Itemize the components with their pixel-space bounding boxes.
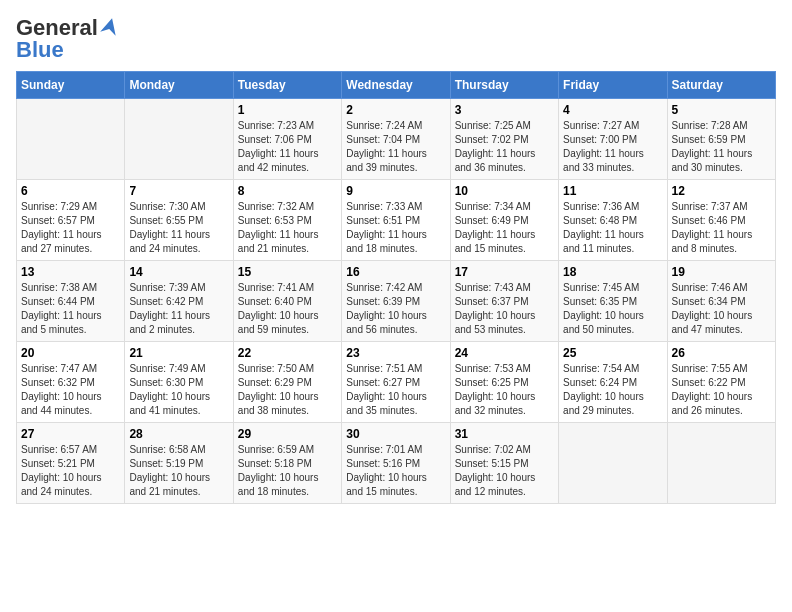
day-number: 31 (455, 427, 554, 441)
week-row-3: 13Sunrise: 7:38 AMSunset: 6:44 PMDayligh… (17, 261, 776, 342)
calendar-cell: 24Sunrise: 7:53 AMSunset: 6:25 PMDayligh… (450, 342, 558, 423)
cell-info: Sunrise: 7:39 AMSunset: 6:42 PMDaylight:… (129, 281, 228, 337)
calendar-cell: 17Sunrise: 7:43 AMSunset: 6:37 PMDayligh… (450, 261, 558, 342)
calendar-cell: 20Sunrise: 7:47 AMSunset: 6:32 PMDayligh… (17, 342, 125, 423)
calendar-cell: 1Sunrise: 7:23 AMSunset: 7:06 PMDaylight… (233, 99, 341, 180)
cell-info: Sunrise: 7:25 AMSunset: 7:02 PMDaylight:… (455, 119, 554, 175)
week-row-5: 27Sunrise: 6:57 AMSunset: 5:21 PMDayligh… (17, 423, 776, 504)
cell-info: Sunrise: 7:45 AMSunset: 6:35 PMDaylight:… (563, 281, 662, 337)
day-number: 22 (238, 346, 337, 360)
svg-marker-0 (100, 16, 120, 36)
cell-info: Sunrise: 7:49 AMSunset: 6:30 PMDaylight:… (129, 362, 228, 418)
cell-info: Sunrise: 7:46 AMSunset: 6:34 PMDaylight:… (672, 281, 771, 337)
day-number: 26 (672, 346, 771, 360)
day-number: 20 (21, 346, 120, 360)
calendar-cell: 10Sunrise: 7:34 AMSunset: 6:49 PMDayligh… (450, 180, 558, 261)
day-number: 23 (346, 346, 445, 360)
header-day-tuesday: Tuesday (233, 72, 341, 99)
calendar-cell: 28Sunrise: 6:58 AMSunset: 5:19 PMDayligh… (125, 423, 233, 504)
calendar-cell: 19Sunrise: 7:46 AMSunset: 6:34 PMDayligh… (667, 261, 775, 342)
day-number: 15 (238, 265, 337, 279)
day-number: 11 (563, 184, 662, 198)
calendar-cell: 22Sunrise: 7:50 AMSunset: 6:29 PMDayligh… (233, 342, 341, 423)
calendar-cell (559, 423, 667, 504)
cell-info: Sunrise: 7:37 AMSunset: 6:46 PMDaylight:… (672, 200, 771, 256)
day-number: 3 (455, 103, 554, 117)
cell-info: Sunrise: 7:43 AMSunset: 6:37 PMDaylight:… (455, 281, 554, 337)
week-row-4: 20Sunrise: 7:47 AMSunset: 6:32 PMDayligh… (17, 342, 776, 423)
cell-info: Sunrise: 6:59 AMSunset: 5:18 PMDaylight:… (238, 443, 337, 499)
day-number: 1 (238, 103, 337, 117)
header-day-sunday: Sunday (17, 72, 125, 99)
day-number: 7 (129, 184, 228, 198)
calendar-cell: 3Sunrise: 7:25 AMSunset: 7:02 PMDaylight… (450, 99, 558, 180)
calendar-cell: 25Sunrise: 7:54 AMSunset: 6:24 PMDayligh… (559, 342, 667, 423)
cell-info: Sunrise: 7:50 AMSunset: 6:29 PMDaylight:… (238, 362, 337, 418)
day-number: 19 (672, 265, 771, 279)
cell-info: Sunrise: 7:01 AMSunset: 5:16 PMDaylight:… (346, 443, 445, 499)
cell-info: Sunrise: 7:02 AMSunset: 5:15 PMDaylight:… (455, 443, 554, 499)
calendar-cell: 15Sunrise: 7:41 AMSunset: 6:40 PMDayligh… (233, 261, 341, 342)
calendar-cell: 11Sunrise: 7:36 AMSunset: 6:48 PMDayligh… (559, 180, 667, 261)
cell-info: Sunrise: 7:34 AMSunset: 6:49 PMDaylight:… (455, 200, 554, 256)
calendar-cell: 7Sunrise: 7:30 AMSunset: 6:55 PMDaylight… (125, 180, 233, 261)
calendar-cell: 30Sunrise: 7:01 AMSunset: 5:16 PMDayligh… (342, 423, 450, 504)
day-number: 29 (238, 427, 337, 441)
cell-info: Sunrise: 7:29 AMSunset: 6:57 PMDaylight:… (21, 200, 120, 256)
day-number: 28 (129, 427, 228, 441)
cell-info: Sunrise: 7:47 AMSunset: 6:32 PMDaylight:… (21, 362, 120, 418)
cell-info: Sunrise: 7:38 AMSunset: 6:44 PMDaylight:… (21, 281, 120, 337)
header-day-saturday: Saturday (667, 72, 775, 99)
calendar-cell (17, 99, 125, 180)
calendar-cell: 18Sunrise: 7:45 AMSunset: 6:35 PMDayligh… (559, 261, 667, 342)
header-day-thursday: Thursday (450, 72, 558, 99)
calendar-cell: 14Sunrise: 7:39 AMSunset: 6:42 PMDayligh… (125, 261, 233, 342)
logo-text: General (16, 17, 98, 39)
cell-info: Sunrise: 7:33 AMSunset: 6:51 PMDaylight:… (346, 200, 445, 256)
day-number: 21 (129, 346, 228, 360)
logo: General Blue (16, 16, 120, 61)
day-number: 9 (346, 184, 445, 198)
day-number: 25 (563, 346, 662, 360)
cell-info: Sunrise: 7:55 AMSunset: 6:22 PMDaylight:… (672, 362, 771, 418)
calendar-cell: 12Sunrise: 7:37 AMSunset: 6:46 PMDayligh… (667, 180, 775, 261)
day-number: 13 (21, 265, 120, 279)
week-row-1: 1Sunrise: 7:23 AMSunset: 7:06 PMDaylight… (17, 99, 776, 180)
day-number: 10 (455, 184, 554, 198)
cell-info: Sunrise: 7:51 AMSunset: 6:27 PMDaylight:… (346, 362, 445, 418)
calendar-cell: 21Sunrise: 7:49 AMSunset: 6:30 PMDayligh… (125, 342, 233, 423)
day-number: 6 (21, 184, 120, 198)
cell-info: Sunrise: 7:28 AMSunset: 6:59 PMDaylight:… (672, 119, 771, 175)
calendar-cell: 2Sunrise: 7:24 AMSunset: 7:04 PMDaylight… (342, 99, 450, 180)
calendar-cell: 26Sunrise: 7:55 AMSunset: 6:22 PMDayligh… (667, 342, 775, 423)
cell-info: Sunrise: 6:58 AMSunset: 5:19 PMDaylight:… (129, 443, 228, 499)
header-day-friday: Friday (559, 72, 667, 99)
day-number: 14 (129, 265, 228, 279)
day-number: 16 (346, 265, 445, 279)
calendar-cell: 4Sunrise: 7:27 AMSunset: 7:00 PMDaylight… (559, 99, 667, 180)
page-header: General Blue (16, 16, 776, 61)
day-number: 18 (563, 265, 662, 279)
header-day-monday: Monday (125, 72, 233, 99)
calendar-cell: 5Sunrise: 7:28 AMSunset: 6:59 PMDaylight… (667, 99, 775, 180)
day-number: 12 (672, 184, 771, 198)
cell-info: Sunrise: 7:54 AMSunset: 6:24 PMDaylight:… (563, 362, 662, 418)
cell-info: Sunrise: 7:42 AMSunset: 6:39 PMDaylight:… (346, 281, 445, 337)
logo-arrow-icon (100, 16, 120, 39)
calendar-cell: 16Sunrise: 7:42 AMSunset: 6:39 PMDayligh… (342, 261, 450, 342)
day-number: 8 (238, 184, 337, 198)
logo-blue-text: Blue (16, 37, 64, 62)
cell-info: Sunrise: 7:23 AMSunset: 7:06 PMDaylight:… (238, 119, 337, 175)
day-number: 2 (346, 103, 445, 117)
calendar-cell (667, 423, 775, 504)
day-number: 17 (455, 265, 554, 279)
calendar-cell: 13Sunrise: 7:38 AMSunset: 6:44 PMDayligh… (17, 261, 125, 342)
calendar-cell: 6Sunrise: 7:29 AMSunset: 6:57 PMDaylight… (17, 180, 125, 261)
calendar-cell: 29Sunrise: 6:59 AMSunset: 5:18 PMDayligh… (233, 423, 341, 504)
header-day-wednesday: Wednesday (342, 72, 450, 99)
day-number: 27 (21, 427, 120, 441)
calendar-cell: 8Sunrise: 7:32 AMSunset: 6:53 PMDaylight… (233, 180, 341, 261)
day-number: 24 (455, 346, 554, 360)
day-number: 5 (672, 103, 771, 117)
calendar-cell: 9Sunrise: 7:33 AMSunset: 6:51 PMDaylight… (342, 180, 450, 261)
